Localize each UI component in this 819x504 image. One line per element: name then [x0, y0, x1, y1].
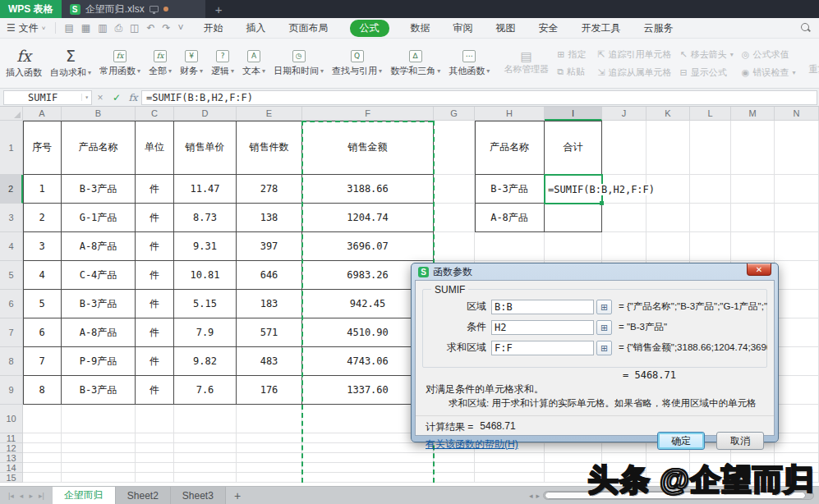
menu-tab-安全[interactable]: 安全 — [537, 20, 560, 37]
cell-J3[interactable] — [602, 204, 646, 232]
cell-B3[interactable]: G-1产品 — [62, 204, 136, 232]
chevron-down-icon[interactable]: ▾ — [81, 94, 91, 101]
cell-K3[interactable] — [646, 204, 690, 232]
file-menu-button[interactable]: ☰ 文件 ˅ — [0, 21, 52, 35]
cell-F1[interactable]: 销售金额 — [302, 121, 434, 175]
menu-tab-插入[interactable]: 插入 — [245, 20, 268, 37]
row-header-15[interactable]: 15 — [0, 473, 23, 483]
cell-B15[interactable] — [62, 473, 136, 483]
cell-B11[interactable] — [62, 433, 136, 443]
cell-D2[interactable]: 11.47 — [174, 175, 237, 204]
cell-C10[interactable] — [136, 405, 174, 433]
cell-N1[interactable] — [775, 121, 819, 175]
cell-D8[interactable]: 9.82 — [174, 347, 237, 376]
cell-B2[interactable]: B-3产品 — [62, 175, 136, 204]
cancel-entry-icon[interactable]: × — [92, 92, 108, 103]
col-header-E[interactable]: E — [237, 107, 302, 121]
customize-toolbar-icon[interactable]: ˅ — [178, 22, 184, 34]
wps-app-button[interactable]: WPS 表格 — [0, 0, 62, 18]
col-header-G[interactable]: G — [434, 107, 475, 121]
col-header-D[interactable]: D — [174, 107, 237, 121]
row-header-9[interactable]: 9 — [0, 376, 23, 405]
cell-M3[interactable] — [731, 204, 775, 232]
cell-H13[interactable] — [475, 453, 545, 463]
cell-A9[interactable]: 8 — [23, 376, 62, 405]
cell-G4[interactable] — [434, 232, 475, 261]
cell-E15[interactable] — [237, 473, 302, 483]
confirm-entry-icon[interactable]: ✓ — [108, 92, 125, 103]
cell-A12[interactable] — [23, 443, 62, 453]
select-all-corner[interactable] — [0, 107, 23, 121]
cell-N7[interactable] — [775, 318, 819, 347]
cell-A11[interactable] — [23, 433, 62, 443]
ribbon-button-财务[interactable]: ¥财务▾ — [176, 42, 207, 85]
ribbon-button-文本[interactable]: A文本▾ — [238, 42, 269, 85]
menu-tab-页面布局[interactable]: 页面布局 — [288, 20, 330, 37]
formula-input[interactable]: =SUMIF(B:B,H2,F:F) — [141, 90, 817, 105]
cell-F15[interactable] — [302, 473, 434, 483]
cell-N12[interactable] — [775, 443, 819, 453]
row-header-2[interactable]: 2 — [0, 175, 23, 204]
cell-B1[interactable]: 产品名称 — [62, 121, 136, 175]
cell-C5[interactable]: 件 — [136, 261, 174, 290]
row-header-1[interactable]: 1 — [0, 121, 23, 175]
undo-icon[interactable]: ↶ — [146, 22, 154, 34]
cell-F3[interactable]: 1204.74 — [302, 204, 434, 232]
prev-sheet-icon[interactable]: ◂ — [20, 492, 24, 500]
first-sheet-icon[interactable]: |◂ — [8, 492, 14, 500]
new-tab-button[interactable]: + — [205, 0, 232, 18]
ribbon-button-查找与引用[interactable]: Q查找与引用▾ — [328, 42, 386, 85]
cell-B4[interactable]: A-8产品 — [62, 232, 136, 261]
cell-B8[interactable]: P-9产品 — [62, 347, 136, 376]
menu-tab-审阅[interactable]: 审阅 — [452, 20, 475, 37]
cell-H4[interactable] — [475, 232, 545, 261]
menu-tab-公式[interactable]: 公式 — [350, 20, 389, 37]
cell-H3[interactable]: A-8产品 — [475, 204, 545, 232]
ribbon-button-追踪引用单元格[interactable]: ⇱追踪引用单元格 — [597, 48, 671, 61]
cell-H15[interactable] — [475, 473, 545, 483]
ok-button[interactable]: 确定 — [657, 432, 705, 450]
cell-A5[interactable]: 4 — [23, 261, 62, 290]
cell-G3[interactable] — [434, 204, 475, 232]
cell-D15[interactable] — [174, 473, 237, 483]
row-header-6[interactable]: 6 — [0, 290, 23, 318]
cell-N4[interactable] — [775, 232, 819, 261]
cell-H2[interactable]: B-3产品 — [475, 175, 545, 204]
insert-function-icon[interactable]: fx — [125, 92, 141, 103]
col-header-A[interactable]: A — [23, 107, 62, 121]
cell-A8[interactable]: 7 — [23, 347, 62, 376]
cell-C7[interactable]: 件 — [136, 318, 174, 347]
cell-M2[interactable] — [731, 175, 775, 204]
document-tab[interactable]: S 企望而归.xlsx — [62, 0, 205, 18]
cell-D13[interactable] — [174, 453, 237, 463]
cell-E10[interactable] — [237, 405, 302, 433]
sumrange-input[interactable] — [491, 341, 594, 355]
cell-F12[interactable] — [302, 443, 434, 453]
scroll-left-icon[interactable]: ◂ — [529, 492, 533, 500]
cell-A3[interactable]: 2 — [23, 204, 62, 232]
ribbon-button-重算工作簿[interactable]: ▦重算工作簿 — [803, 39, 819, 88]
row-header-5[interactable]: 5 — [0, 261, 23, 290]
cell-A13[interactable] — [23, 453, 62, 463]
cell-E4[interactable]: 397 — [237, 232, 302, 261]
cell-C14[interactable] — [136, 463, 174, 473]
cell-C9[interactable]: 件 — [136, 376, 174, 405]
cell-D4[interactable]: 9.31 — [174, 232, 237, 261]
cell-D6[interactable]: 5.15 — [174, 290, 237, 318]
function-help-link[interactable]: 有关该函数的帮助(H) — [426, 438, 518, 451]
cell-E8[interactable]: 483 — [237, 347, 302, 376]
share-screen-icon[interactable] — [150, 6, 159, 12]
cell-G2[interactable] — [434, 175, 475, 204]
cell-M1[interactable] — [731, 121, 775, 175]
cell-G13[interactable] — [434, 453, 475, 463]
criteria-input[interactable] — [491, 320, 594, 335]
cell-J1[interactable] — [602, 121, 646, 175]
fill-handle[interactable] — [600, 201, 604, 205]
cell-A7[interactable]: 6 — [23, 318, 62, 347]
row-header-12[interactable]: 12 — [0, 443, 23, 453]
ribbon-button-追踪从属单元格[interactable]: ⇲追踪从属单元格 — [597, 66, 671, 79]
next-sheet-icon[interactable]: ▸ — [29, 492, 33, 500]
cell-D3[interactable]: 8.73 — [174, 204, 237, 232]
col-header-N[interactable]: N — [775, 107, 819, 121]
scroll-right-icon[interactable]: ▸ — [536, 492, 540, 500]
